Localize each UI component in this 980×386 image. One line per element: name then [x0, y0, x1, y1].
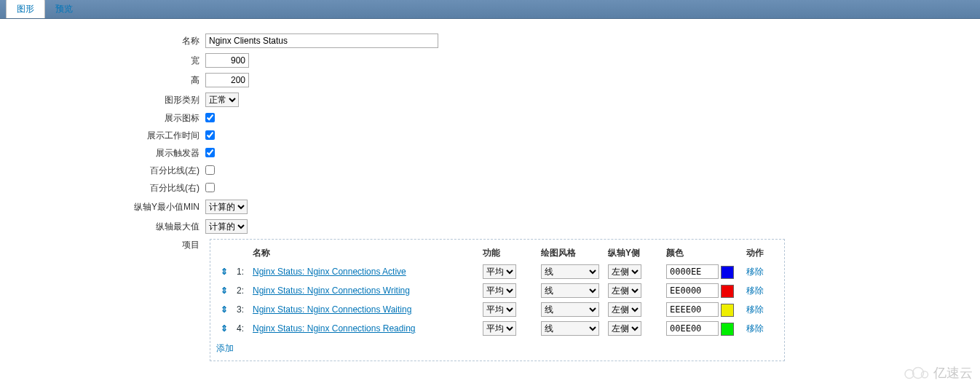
select-yaxis-side[interactable]: 左侧	[608, 264, 641, 279]
select-func[interactable]: 平均	[483, 302, 516, 317]
row-index: 4:	[232, 319, 248, 338]
table-row: ⇕1:Nginx Status: Nginx Connections Activ…	[216, 262, 778, 281]
item-name-link[interactable]: Nginx Status: Nginx Connections Waiting	[253, 304, 411, 315]
select-ymax[interactable]: 计算的	[205, 219, 248, 234]
item-name-link[interactable]: Nginx Status: Nginx Connections Reading	[253, 323, 415, 334]
drag-handle-icon[interactable]: ⇕	[221, 267, 228, 277]
remove-link[interactable]: 移除	[746, 304, 764, 315]
checkbox-percent-right[interactable]	[205, 183, 215, 192]
color-swatch[interactable]	[721, 285, 734, 298]
select-draw-style[interactable]: 线	[541, 302, 599, 317]
row-index: 3:	[232, 300, 248, 319]
row-index: 2:	[232, 281, 248, 300]
items-table: 名称 功能 绘图风格 纵轴Y侧 颜色 动作 ⇕1:Nginx Status: N…	[216, 244, 778, 338]
color-swatch[interactable]	[721, 304, 734, 317]
input-color[interactable]	[666, 321, 719, 336]
color-swatch[interactable]	[721, 266, 734, 279]
checkbox-show-triggers[interactable]	[205, 148, 215, 157]
table-row: ⇕4:Nginx Status: Nginx Connections Readi…	[216, 319, 778, 338]
items-box: 名称 功能 绘图风格 纵轴Y侧 颜色 动作 ⇕1:Nginx Status: N…	[210, 239, 785, 361]
label-show-legend: 展示图标	[0, 112, 205, 125]
label-percent-left: 百分比线(左)	[0, 165, 205, 177]
select-ymin[interactable]: 计算的	[205, 200, 248, 214]
select-draw-style[interactable]: 线	[541, 283, 599, 298]
select-graph-type[interactable]: 正常	[205, 92, 239, 107]
tab-bar: 图形 预览	[0, 0, 980, 19]
col-action: 动作	[742, 244, 778, 262]
svg-point-2	[922, 371, 928, 374]
input-height[interactable]	[205, 73, 249, 87]
drag-handle-icon[interactable]: ⇕	[221, 304, 228, 315]
label-height: 高	[0, 74, 205, 87]
input-color[interactable]	[666, 264, 719, 279]
label-width: 宽	[0, 55, 205, 67]
table-row: ⇕3:Nginx Status: Nginx Connections Waiti…	[216, 300, 778, 319]
select-yaxis-side[interactable]: 左侧	[608, 302, 641, 317]
remove-link[interactable]: 移除	[746, 285, 764, 296]
col-yaxis: 纵轴Y侧	[604, 244, 662, 262]
select-func[interactable]: 平均	[483, 264, 516, 279]
col-color: 颜色	[662, 244, 742, 262]
label-ymin: 纵轴Y最小值MIN	[0, 201, 205, 213]
col-func: 功能	[478, 244, 537, 262]
col-name: 名称	[248, 244, 478, 262]
checkbox-show-legend[interactable]	[205, 113, 215, 122]
select-draw-style[interactable]: 线	[541, 321, 599, 336]
item-name-link[interactable]: Nginx Status: Nginx Connections Active	[253, 267, 406, 277]
tab-preview[interactable]: 预览	[45, 0, 83, 18]
drag-handle-icon[interactable]: ⇕	[221, 285, 228, 296]
remove-link[interactable]: 移除	[746, 267, 764, 277]
select-draw-style[interactable]: 线	[541, 264, 599, 279]
input-color[interactable]	[666, 283, 719, 298]
color-swatch[interactable]	[721, 323, 734, 336]
tab-graph[interactable]: 图形	[6, 0, 45, 18]
select-func[interactable]: 平均	[483, 321, 516, 336]
label-show-worktime: 展示工作时间	[0, 130, 205, 142]
label-graph-type: 图形类别	[0, 94, 205, 106]
input-name[interactable]	[205, 34, 438, 48]
label-ymax: 纵轴最大值	[0, 221, 205, 233]
checkbox-show-worktime[interactable]	[205, 130, 215, 140]
label-items: 项目	[0, 239, 205, 251]
drag-handle-icon[interactable]: ⇕	[221, 323, 228, 334]
graph-form: 名称 宽 高 图形类别 正常 展示图标 展示工作时间 展示触发器 百分比线(左)…	[0, 19, 980, 374]
label-name: 名称	[0, 35, 205, 47]
watermark: 亿速云	[903, 364, 973, 374]
remove-link[interactable]: 移除	[746, 323, 764, 334]
select-func[interactable]: 平均	[483, 283, 516, 298]
input-width[interactable]	[205, 53, 249, 68]
checkbox-percent-left[interactable]	[205, 165, 215, 175]
select-yaxis-side[interactable]: 左侧	[608, 321, 641, 336]
add-item-link[interactable]: 添加	[216, 342, 234, 355]
label-show-triggers: 展示触发器	[0, 147, 205, 159]
input-color[interactable]	[666, 302, 719, 317]
label-percent-right: 百分比线(右)	[0, 182, 205, 194]
select-yaxis-side[interactable]: 左侧	[608, 283, 641, 298]
col-style: 绘图风格	[537, 244, 604, 262]
row-index: 1:	[232, 262, 248, 281]
table-row: ⇕2:Nginx Status: Nginx Connections Writi…	[216, 281, 778, 300]
item-name-link[interactable]: Nginx Status: Nginx Connections Writing	[253, 285, 410, 296]
